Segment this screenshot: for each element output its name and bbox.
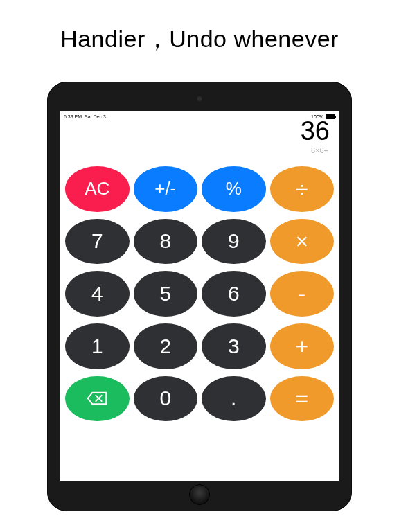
key-percent[interactable]: % bbox=[202, 166, 266, 212]
keypad: AC +/- % ÷ 7 8 9 × 4 5 6 - 1 2 3 + bbox=[60, 162, 339, 481]
key-1[interactable]: 1 bbox=[65, 323, 130, 369]
home-button[interactable] bbox=[189, 484, 210, 505]
backspace-icon bbox=[87, 391, 107, 406]
key-2[interactable]: 2 bbox=[134, 323, 198, 369]
key-9[interactable]: 9 bbox=[202, 219, 266, 265]
plus-icon: + bbox=[295, 335, 308, 357]
promo-headline: Handier，Undo whenever bbox=[0, 0, 399, 55]
calc-history: 6×6+ bbox=[60, 147, 330, 154]
divide-icon: ÷ bbox=[296, 178, 308, 200]
calc-display: 36 6×6+ bbox=[60, 118, 339, 154]
key-4[interactable]: 4 bbox=[65, 271, 130, 317]
equals-icon: = bbox=[295, 387, 308, 409]
key-3[interactable]: 3 bbox=[202, 323, 266, 369]
key-7[interactable]: 7 bbox=[65, 219, 130, 265]
device-screen: 6:33 PM Sat Dec 3 100% 36 6×6+ AC +/- % … bbox=[60, 111, 339, 481]
key-backspace[interactable] bbox=[65, 376, 130, 422]
key-sign[interactable]: +/- bbox=[134, 166, 198, 212]
key-divide[interactable]: ÷ bbox=[270, 166, 335, 212]
key-equals[interactable]: = bbox=[270, 376, 335, 422]
key-dot[interactable]: . bbox=[202, 376, 266, 422]
key-8[interactable]: 8 bbox=[134, 219, 198, 265]
battery-icon bbox=[326, 114, 335, 119]
device-frame: 6:33 PM Sat Dec 3 100% 36 6×6+ AC +/- % … bbox=[47, 82, 352, 511]
key-plus[interactable]: + bbox=[270, 323, 335, 369]
status-time: 6:33 PM bbox=[64, 114, 82, 119]
minus-icon: - bbox=[298, 283, 305, 305]
key-6[interactable]: 6 bbox=[202, 271, 266, 317]
key-ac[interactable]: AC bbox=[65, 166, 130, 212]
status-date: Sat Dec 3 bbox=[85, 114, 106, 119]
multiply-icon: × bbox=[295, 230, 308, 252]
calc-result: 36 bbox=[60, 118, 330, 144]
key-5[interactable]: 5 bbox=[134, 271, 198, 317]
key-minus[interactable]: - bbox=[270, 271, 335, 317]
key-multiply[interactable]: × bbox=[270, 219, 335, 265]
key-0[interactable]: 0 bbox=[134, 376, 198, 422]
